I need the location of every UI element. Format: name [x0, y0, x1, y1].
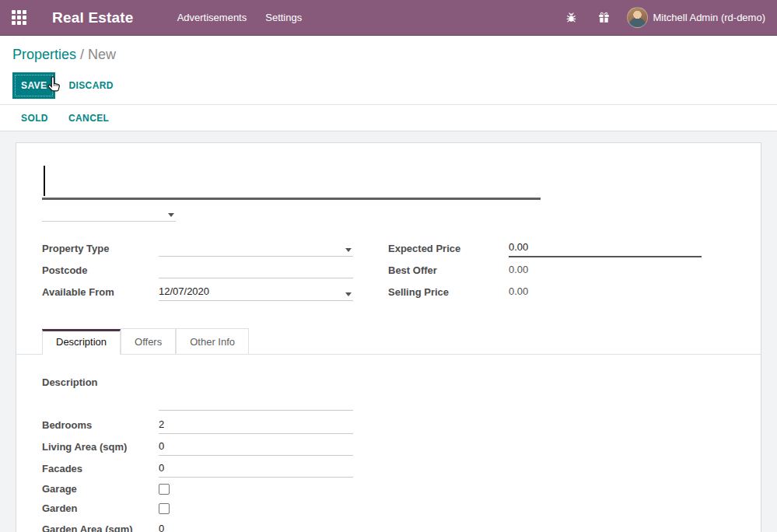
property-type-label: Property Type	[42, 243, 159, 254]
field-row-garden-area: Garden Area (sqm) 0	[42, 518, 735, 532]
description-tab-pane: Description Bedrooms 2 Living Area (sqm)…	[42, 355, 735, 532]
gift-icon[interactable]	[598, 12, 610, 23]
facades-label: Facades	[42, 463, 159, 474]
facades-input[interactable]: 0	[159, 460, 353, 478]
statusbar: SOLD CANCEL	[0, 105, 777, 131]
garage-label: Garage	[42, 483, 159, 495]
field-row-facades: Facades 0	[42, 457, 735, 479]
apps-grid-icon[interactable]	[12, 10, 26, 25]
bedrooms-value: 2	[159, 418, 164, 430]
expected-price-label: Expected Price	[388, 243, 509, 254]
bedrooms-input[interactable]: 2	[159, 416, 353, 434]
property-type-dropdown[interactable]	[159, 240, 353, 257]
description-label: Description	[42, 375, 159, 388]
postcode-input[interactable]	[159, 262, 353, 278]
description-textarea[interactable]	[159, 375, 353, 411]
field-row-postcode: Postcode	[42, 259, 353, 281]
field-group: Property Type Postcode Available From	[42, 237, 735, 303]
bedrooms-label: Bedrooms	[42, 419, 159, 431]
selling-price-value: 0.00	[509, 283, 702, 300]
best-offer-value: 0.00	[509, 261, 702, 278]
menu-item-advertisements[interactable]: Advertisements	[177, 9, 247, 26]
breadcrumb-current: New	[88, 47, 116, 62]
field-row-available-from: Available From 12/07/2020	[42, 281, 353, 303]
navbar-right: Mitchell Admin (rd-demo)	[544, 7, 766, 28]
tab-other-info[interactable]: Other Info	[176, 328, 249, 354]
selling-price-label: Selling Price	[388, 286, 509, 298]
user-name: Mitchell Admin (rd-demo)	[653, 12, 766, 23]
field-row-living-area: Living Area (sqm) 0	[42, 436, 735, 457]
user-avatar	[627, 7, 648, 28]
postcode-label: Postcode	[42, 264, 159, 276]
field-row-expected-price: Expected Price 0.00	[388, 237, 702, 259]
app-title[interactable]: Real Estate	[52, 9, 134, 26]
control-panel: Properties / New SAVE DISCARD	[0, 36, 777, 104]
expected-price-value: 0.00	[509, 241, 528, 253]
tab-description[interactable]: Description	[42, 329, 121, 355]
chevron-down-icon	[345, 248, 352, 252]
field-column-right: Expected Price 0.00 Best Offer 0.00 Sell…	[388, 237, 702, 303]
field-row-garage: Garage	[42, 479, 735, 499]
cancel-button[interactable]: CANCEL	[68, 113, 109, 124]
garden-area-label: Garden Area (sqm)	[42, 523, 159, 532]
chevron-down-icon	[168, 213, 174, 217]
field-row-description: Description	[42, 375, 735, 411]
field-row-garden: Garden	[42, 499, 735, 518]
available-from-label: Available From	[42, 286, 159, 298]
chevron-down-icon	[345, 292, 352, 296]
garden-checkbox[interactable]	[159, 503, 170, 514]
debug-bug-icon[interactable]	[565, 12, 577, 23]
garage-checkbox[interactable]	[159, 484, 170, 495]
notebook-tabs: Description Offers Other Info	[16, 328, 761, 355]
save-button[interactable]: SAVE	[12, 72, 55, 99]
discard-button[interactable]: DISCARD	[68, 80, 113, 91]
field-row-bedrooms: Bedrooms 2	[42, 414, 735, 436]
available-from-value: 12/07/2020	[159, 285, 209, 297]
top-navbar: Real Estate Advertisements Settings Mitc…	[0, 0, 777, 36]
tags-dropdown-input[interactable]	[42, 205, 176, 222]
breadcrumb-separator: /	[80, 47, 84, 62]
field-row-property-type: Property Type	[42, 237, 353, 259]
navbar-menu: Advertisements Settings	[177, 9, 303, 26]
garden-area-value: 0	[159, 523, 164, 532]
action-buttons-row: SAVE DISCARD	[12, 72, 765, 99]
property-name-input[interactable]	[42, 163, 541, 200]
available-from-date-input[interactable]: 12/07/2020	[159, 283, 353, 301]
content-area: Property Type Postcode Available From	[0, 131, 777, 532]
field-row-best-offer: Best Offer 0.00	[388, 259, 702, 281]
facades-value: 0	[159, 462, 164, 474]
garden-area-input[interactable]: 0	[159, 520, 353, 532]
menu-item-settings[interactable]: Settings	[265, 9, 302, 26]
breadcrumb: Properties / New	[12, 47, 765, 63]
garden-label: Garden	[42, 502, 159, 514]
living-area-label: Living Area (sqm)	[42, 441, 159, 453]
expected-price-input[interactable]: 0.00	[509, 239, 702, 257]
sold-button[interactable]: SOLD	[21, 113, 48, 124]
text-cursor-caret	[44, 166, 45, 196]
form-sheet: Property Type Postcode Available From	[16, 142, 761, 532]
best-offer-label: Best Offer	[388, 264, 509, 276]
user-menu[interactable]: Mitchell Admin (rd-demo)	[627, 7, 766, 28]
tab-offers[interactable]: Offers	[121, 328, 176, 354]
living-area-value: 0	[159, 440, 164, 452]
field-column-left: Property Type Postcode Available From	[42, 237, 353, 303]
living-area-input[interactable]: 0	[159, 438, 353, 456]
field-row-selling-price: Selling Price 0.00	[388, 281, 702, 303]
breadcrumb-properties[interactable]: Properties	[12, 47, 76, 62]
